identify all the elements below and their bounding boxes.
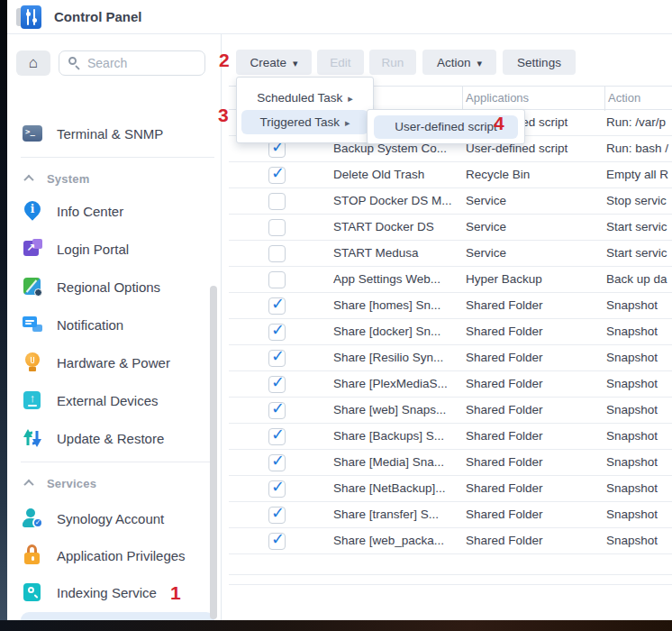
row-checkbox[interactable]: [268, 428, 286, 445]
hardware-power-icon: [21, 351, 44, 374]
divider: [229, 574, 672, 575]
row-checkbox[interactable]: [268, 507, 286, 524]
sidebar-item-regional-options[interactable]: Regional Options: [16, 270, 213, 304]
login-portal-icon: ↗: [21, 237, 44, 261]
info-center-icon: i: [21, 199, 44, 223]
synology-account-icon: ✓: [21, 507, 44, 530]
regional-options-icon: [21, 275, 44, 298]
divider: [229, 584, 672, 585]
sidebar-scrollbar[interactable]: [210, 286, 217, 619]
row-checkbox[interactable]: [268, 219, 286, 236]
desktop-edge-bottom: [0, 620, 672, 631]
edit-button[interactable]: Edit: [317, 50, 364, 75]
table-row[interactable]: Share [Resilio Syn... Shared Folder Snap…: [229, 345, 672, 371]
window-title: Control Panel: [54, 9, 142, 24]
sidebar-item-update-restore[interactable]: Update & Restore: [16, 421, 213, 455]
sidebar-item-terminal-snmp[interactable]: >_ Terminal & SNMP: [16, 116, 213, 151]
sidebar: ⌂ >_ Terminal & SNMP System i Info Cente…: [7, 34, 222, 620]
table-row[interactable]: START Medusa Service Start servic: [229, 241, 672, 267]
sidebar-item-info-center[interactable]: i Info Center: [16, 194, 213, 228]
chevron-down-icon: [477, 56, 483, 69]
column-divider: [462, 87, 463, 111]
table-row[interactable]: Delete Old Trash Recycle Bin Empty all R: [229, 162, 672, 188]
menu-item-triggered-task[interactable]: Triggered Task: [241, 110, 368, 134]
notification-icon: [21, 313, 44, 336]
menu-item-scheduled-task[interactable]: Scheduled Task: [237, 85, 373, 110]
table-row[interactable]: Share [web] Snaps... Shared Folder Snaps…: [229, 398, 672, 424]
table-row[interactable]: Share [homes] Sn... Shared Folder Snapsh…: [229, 293, 672, 319]
column-divider: [604, 87, 605, 111]
row-checkbox[interactable]: [268, 167, 286, 184]
home-button[interactable]: ⌂: [16, 50, 50, 76]
row-checkbox[interactable]: [268, 533, 286, 550]
external-devices-icon: ↑: [21, 389, 44, 412]
search-icon: [68, 56, 82, 70]
sidebar-item-indexing-service[interactable]: Indexing Service: [16, 575, 213, 609]
create-button[interactable]: Create: [236, 50, 312, 75]
row-checkbox[interactable]: [268, 454, 286, 471]
search-box[interactable]: [59, 50, 205, 76]
title-bar: Control Panel: [7, 0, 672, 34]
indexing-service-icon: [21, 581, 44, 604]
sidebar-item-hardware-power[interactable]: Hardware & Power: [16, 345, 213, 380]
task-scheduler-panel: Create Edit Run Action Settings Applicat…: [222, 34, 672, 620]
row-checkbox[interactable]: [268, 245, 286, 262]
submenu-arrow-icon: [345, 115, 350, 129]
sidebar-item-synology-account[interactable]: ✓ Synology Account: [16, 501, 213, 535]
table-row[interactable]: Share [NetBackup]... Shared Folder Snaps…: [229, 476, 672, 502]
home-icon: ⌂: [29, 54, 38, 72]
table-row[interactable]: Share [transfer] S... Shared Folder Snap…: [229, 502, 672, 528]
row-checkbox[interactable]: [268, 324, 286, 341]
sidebar-item-application-privileges[interactable]: Application Privileges: [16, 538, 213, 572]
table-row[interactable]: Share [Backups] S... Shared Folder Snaps…: [229, 424, 672, 450]
annotation-step-3: 3: [218, 105, 229, 126]
table-row[interactable]: Share [Media] Sna... Shared Folder Snaps…: [229, 450, 672, 476]
table-row[interactable]: STOP Docker DS M... Service Stop servic: [229, 188, 672, 215]
row-checkbox[interactable]: [268, 402, 286, 419]
table-row[interactable]: Share [web_packa... Shared Folder Snapsh…: [229, 528, 672, 554]
divider: [21, 157, 214, 158]
settings-button[interactable]: Settings: [503, 50, 576, 75]
submenu-arrow-icon: [348, 91, 353, 105]
section-header-system[interactable]: System: [25, 169, 205, 187]
row-checkbox[interactable]: [268, 376, 286, 393]
table-row[interactable]: App Settings Web... Hyper Backup Back up…: [229, 267, 672, 293]
collapse-chevron-icon: [23, 480, 33, 489]
row-checkbox[interactable]: [268, 193, 286, 210]
control-panel-icon: [16, 5, 43, 30]
annotation-step-4: 4: [494, 113, 504, 134]
sidebar-item-notification[interactable]: Notification: [16, 307, 213, 342]
table-row[interactable]: START Docker DS Service Start servic: [229, 215, 672, 241]
table-row[interactable]: Share [docker] Sn... Shared Folder Snaps…: [229, 319, 672, 345]
annotation-step-1: 1: [170, 582, 181, 604]
column-header-action[interactable]: Action: [608, 91, 640, 105]
section-header-services[interactable]: Services: [25, 474, 205, 492]
collapse-chevron-icon: [23, 175, 33, 185]
terminal-icon: >_: [21, 122, 44, 145]
row-checkbox[interactable]: [268, 271, 286, 288]
row-checkbox[interactable]: [268, 297, 286, 315]
divider: [21, 462, 214, 462]
update-restore-icon: [21, 426, 44, 450]
row-checkbox[interactable]: [268, 350, 286, 367]
chevron-down-icon: [293, 56, 298, 69]
search-input[interactable]: [87, 56, 195, 70]
control-panel-window: Control Panel ⌂ >_ Terminal & SNMP Syste…: [0, 0, 672, 631]
create-menu: Scheduled Task Triggered Task: [236, 77, 374, 143]
run-button[interactable]: Run: [369, 50, 416, 75]
sidebar-item-login-portal[interactable]: ↗ Login Portal: [16, 232, 213, 266]
column-header-applications[interactable]: Applications: [466, 91, 529, 105]
application-privileges-icon: [21, 544, 44, 567]
desktop-edge-left: [0, 0, 7, 631]
row-checkbox[interactable]: [268, 480, 286, 498]
action-button[interactable]: Action: [422, 50, 496, 75]
sidebar-item-external-devices[interactable]: ↑ External Devices: [16, 383, 213, 417]
annotation-step-2: 2: [219, 50, 230, 71]
table-row[interactable]: Share [PlexMediaS... Shared Folder Snaps…: [229, 371, 672, 398]
